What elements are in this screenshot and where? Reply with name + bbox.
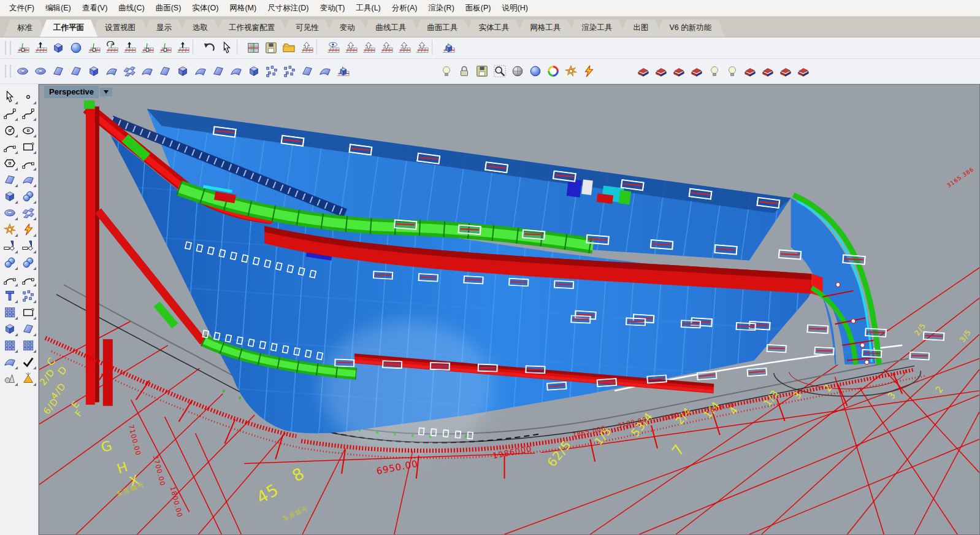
move-points-tool-button[interactable]	[20, 288, 37, 304]
rectangle-tool-button[interactable]	[20, 139, 37, 155]
tab-1[interactable]: 工作平面	[40, 20, 98, 37]
tab-0[interactable]: 标准	[4, 20, 46, 37]
circle-tool-button[interactable]	[1, 122, 18, 138]
menu-item-6[interactable]: 网格(M)	[224, 1, 262, 15]
tab-13[interactable]: 出图	[620, 20, 662, 37]
viewport-title-menu[interactable]	[100, 88, 112, 96]
menu-item-8[interactable]: 变动(T)	[315, 1, 351, 15]
cplane-3point-button[interactable]	[139, 40, 155, 56]
menu-item-2[interactable]: 查看(V)	[77, 1, 113, 15]
show-cplane-button[interactable]	[324, 40, 341, 56]
lamp-toggle-button[interactable]	[438, 63, 454, 80]
color-wheel-button[interactable]	[545, 63, 561, 80]
menu-item-11[interactable]: 渲染(R)	[423, 1, 459, 15]
flash-render-button[interactable]	[580, 63, 597, 80]
extrude-tool-button[interactable]	[20, 321, 37, 337]
control-curve-tool-button[interactable]	[20, 106, 37, 121]
menu-item-7[interactable]: 尺寸标注(D)	[262, 1, 314, 15]
trim-fillet-a-tool-button[interactable]	[1, 238, 18, 254]
world-cplane-button[interactable]	[440, 40, 456, 56]
uv-tools-button[interactable]	[299, 63, 315, 80]
export-cplane-button[interactable]	[298, 40, 315, 56]
flash-tool-button[interactable]	[20, 221, 37, 237]
layer-state-2-button[interactable]	[653, 63, 669, 80]
surface-flip-button[interactable]	[139, 63, 155, 80]
tab-7[interactable]: 变动	[326, 20, 369, 37]
arc-tool-button[interactable]	[1, 139, 18, 155]
trim-surface-tool-button[interactable]	[20, 304, 37, 320]
surface-solid-button[interactable]	[174, 63, 191, 80]
menu-item-3[interactable]: 曲线(C)	[113, 1, 150, 15]
layer-state-check-button[interactable]	[670, 63, 687, 80]
tab-12[interactable]: 渲染工具	[568, 20, 626, 37]
cplane-next-button[interactable]	[342, 40, 359, 56]
cplane-to-object-button[interactable]	[50, 40, 66, 56]
boolean-cube-tool-button[interactable]	[1, 321, 18, 337]
viewport-title[interactable]: Perspective	[44, 86, 112, 98]
cplane-move-button[interactable]	[85, 40, 102, 56]
surface-star-button[interactable]	[316, 63, 333, 80]
layer-state-1-button[interactable]	[635, 63, 651, 80]
tab-4[interactable]: 选取	[179, 20, 221, 37]
surface-torus-button[interactable]	[14, 63, 31, 80]
shaded-mode-button[interactable]	[509, 63, 526, 80]
layer-state-7-button[interactable]	[777, 63, 794, 80]
surface-corner-button[interactable]	[50, 63, 66, 80]
save-cplane-button[interactable]	[262, 40, 279, 56]
surface-tiles-button[interactable]	[121, 63, 137, 80]
surface-dome-button[interactable]	[32, 63, 48, 80]
cplane-previous-button[interactable]	[360, 40, 377, 56]
text-tool-button[interactable]	[1, 288, 18, 304]
menu-item-12[interactable]: 面板(P)	[460, 1, 497, 15]
pyramid-tool-button[interactable]	[20, 371, 37, 387]
menu-item-9[interactable]: 工具(L)	[350, 1, 386, 15]
offset-tool-button[interactable]	[1, 354, 18, 370]
cplane-through-points-button[interactable]	[156, 40, 173, 56]
sphere-tool-button[interactable]	[20, 188, 37, 204]
array-linear-tool-button[interactable]	[20, 337, 37, 353]
menu-item-4[interactable]: 曲面(S)	[150, 1, 187, 15]
control-points-button[interactable]	[263, 63, 280, 80]
fillet-curve-tool-button[interactable]	[1, 271, 18, 287]
check-tool-button[interactable]	[20, 354, 37, 370]
plugins-tool-button[interactable]	[1, 221, 18, 237]
3d-model-scene[interactable]: CD2/D4/D6/DEFGHX车库轴号458车库轴号6950.00198600…	[39, 85, 979, 534]
surface-deform-button[interactable]	[103, 63, 120, 80]
cplane-to-sphere-button[interactable]	[67, 40, 84, 56]
layer-bulb-a-button[interactable]	[706, 63, 722, 80]
tab-9[interactable]: 曲面工具	[414, 20, 472, 37]
undo-cplane-change-button[interactable]	[201, 40, 217, 56]
torus-tool-button[interactable]	[1, 205, 18, 221]
cplane-rotate-left-button[interactable]	[378, 40, 394, 56]
perspective-viewport[interactable]: Perspective	[39, 84, 980, 535]
tab-14[interactable]: V6 的新功能	[656, 20, 725, 37]
ellipse-tool-button[interactable]	[20, 122, 37, 138]
tab-10[interactable]: 实体工具	[465, 20, 523, 37]
surface-patch-button[interactable]	[210, 63, 226, 80]
menu-item-5[interactable]: 实体(O)	[186, 1, 224, 15]
viewport-title-label[interactable]: Perspective	[44, 86, 99, 98]
toolbar-grip[interactable]	[5, 41, 11, 55]
cplane-rotate-right-button[interactable]	[396, 40, 412, 56]
layer-state-doc-button[interactable]	[795, 63, 811, 80]
tab-2[interactable]: 设置视图	[91, 20, 149, 37]
menu-item-0[interactable]: 文件(F)	[4, 1, 40, 15]
curve-blend-tool-button[interactable]	[20, 155, 37, 171]
blend-curve-tool-button[interactable]	[20, 271, 37, 287]
cplane-swap-button[interactable]	[413, 40, 430, 56]
tab-8[interactable]: 曲线工具	[362, 20, 420, 37]
plugin-manager-button[interactable]	[562, 63, 579, 80]
boolean-dark-tool-button[interactable]	[1, 255, 18, 271]
cplane-vertical-button[interactable]	[121, 40, 137, 56]
menu-item-13[interactable]: 说明(H)	[496, 1, 533, 15]
array-grid-tool-button[interactable]	[1, 337, 18, 353]
surface-hatch-button[interactable]	[192, 63, 209, 80]
rendered-mode-button[interactable]	[527, 63, 543, 80]
wire-box-button[interactable]	[334, 63, 351, 80]
cplane-rotate-button[interactable]	[103, 40, 120, 56]
explode-tool-button[interactable]	[1, 304, 18, 320]
grid-settings-button[interactable]	[245, 40, 261, 56]
surface-plane-button[interactable]	[67, 63, 84, 80]
surface-grid-tool-button[interactable]	[20, 205, 37, 221]
box-tool-button[interactable]	[1, 188, 18, 204]
